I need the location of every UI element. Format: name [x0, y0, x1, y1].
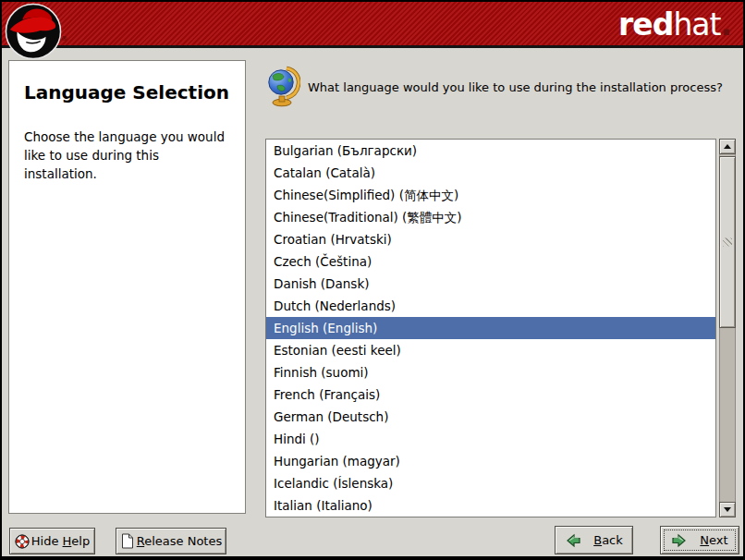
back-button[interactable]: Back — [555, 526, 633, 554]
wordmark-light: hat — [673, 6, 720, 43]
language-option[interactable]: Catalan (Català) — [266, 162, 715, 184]
language-option-selected[interactable]: English (English) — [266, 317, 715, 339]
wordmark-dot: . — [720, 6, 731, 43]
back-label: Back — [593, 533, 623, 547]
language-option[interactable]: Bulgarian (Български) — [266, 140, 715, 162]
language-option[interactable]: Danish (Dansk) — [266, 273, 715, 295]
globe-icon — [266, 66, 300, 107]
triangle-up-icon — [724, 144, 731, 149]
wordmark-bold: red — [618, 6, 673, 43]
document-icon — [120, 533, 134, 549]
language-option[interactable]: Chinese(Traditional) (繁體中文) — [266, 206, 715, 228]
language-option[interactable]: Czech (Čeština) — [266, 250, 715, 273]
language-option[interactable]: French (Français) — [266, 383, 715, 406]
language-option[interactable]: Hindi () — [266, 428, 715, 450]
registered-trademark: ® — [61, 35, 67, 43]
release-notes-button[interactable]: Release Notes — [116, 528, 226, 554]
arrow-left-icon — [565, 532, 581, 549]
help-panel: Language Selection Choose the language y… — [8, 60, 246, 514]
scroll-down-button[interactable] — [719, 502, 736, 517]
arrow-right-icon — [671, 532, 688, 549]
language-option[interactable]: Italian (Italiano) — [266, 494, 715, 517]
hide-help-label: Hide Help — [31, 534, 90, 548]
language-option[interactable]: Hungarian (magyar) — [266, 450, 715, 472]
scroll-up-button[interactable] — [719, 139, 736, 154]
language-option[interactable]: Croatian (Hrvatski) — [266, 228, 715, 250]
language-option[interactable]: Finnish (suomi) — [266, 361, 715, 383]
redhat-wordmark: redhat. — [618, 6, 731, 43]
next-label: Next — [700, 533, 727, 547]
release-notes-label: Release Notes — [137, 534, 222, 548]
triangle-down-icon — [724, 507, 731, 512]
lifebuoy-icon — [15, 534, 30, 549]
scrollbar-thumb[interactable] — [719, 156, 736, 328]
help-text: Choose the language you would like to us… — [24, 128, 235, 183]
question-text: What language would you like to use duri… — [308, 79, 742, 96]
language-option[interactable]: Chinese(Simplified) (简体中文) — [266, 184, 715, 206]
header-banner: redhat. — [2, 2, 743, 48]
language-option[interactable]: Estonian (eesti keel) — [266, 339, 715, 361]
hide-help-button[interactable]: Hide Help — [9, 528, 95, 554]
redhat-shadowman-logo-icon — [5, 3, 62, 60]
next-button[interactable]: Next — [660, 526, 739, 554]
language-list: Bulgarian (Български)Catalan (Català)Chi… — [265, 139, 716, 517]
language-option[interactable]: German (Deutsch) — [266, 406, 715, 428]
language-list-scrollbar[interactable] — [719, 139, 736, 517]
language-option[interactable]: Icelandic (Íslenska) — [266, 472, 715, 494]
installer-window: redhat. ® Language Selection Choose the … — [0, 0, 745, 560]
language-option[interactable]: Dutch (Nederlands) — [266, 295, 715, 317]
page-title: Language Selection — [24, 81, 239, 103]
